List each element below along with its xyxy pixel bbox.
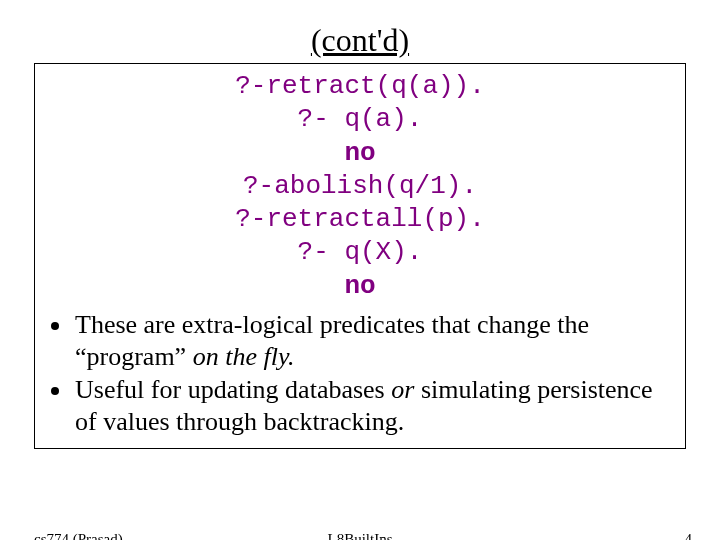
- bullet-emph: or: [391, 375, 414, 404]
- code-line: ?-abolish(q/1).: [45, 170, 675, 203]
- footer: cs774 (Prasad) L8BuiltIns 4: [0, 531, 720, 540]
- footer-left: cs774 (Prasad): [34, 531, 123, 540]
- content-box: ?-retract(q(a)). ?- q(a). no ?-abolish(q…: [34, 63, 686, 449]
- code-line: ?-retract(q(a)).: [45, 70, 675, 103]
- code-line: ?- q(a).: [45, 103, 675, 136]
- code-block: ?-retract(q(a)). ?- q(a). no ?-abolish(q…: [45, 70, 675, 303]
- footer-right: 4: [685, 531, 693, 540]
- code-line-result: no: [45, 270, 675, 303]
- code-line: ?-retractall(p).: [45, 203, 675, 236]
- bullet-item: These are extra-logical predicates that …: [73, 309, 671, 372]
- bullet-emph: on the fly.: [193, 342, 295, 371]
- code-line: ?- q(X).: [45, 236, 675, 269]
- slide: (cont'd) ?-retract(q(a)). ?- q(a). no ?-…: [0, 22, 720, 540]
- bullet-text: Useful for updating databases: [75, 375, 391, 404]
- bullet-item: Useful for updating databases or simulat…: [73, 374, 671, 437]
- footer-center: L8BuiltIns: [327, 531, 392, 540]
- bullet-text: These are extra-logical predicates that …: [75, 310, 589, 371]
- code-line-result: no: [45, 137, 675, 170]
- bullet-list: These are extra-logical predicates that …: [45, 309, 675, 438]
- slide-title: (cont'd): [0, 22, 720, 59]
